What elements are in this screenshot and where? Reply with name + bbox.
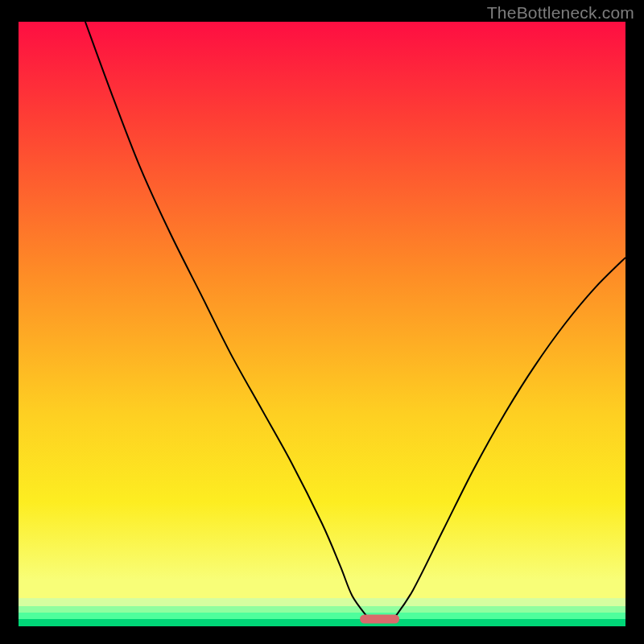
band-green-3 [19,613,625,619]
gradient-background [19,22,625,580]
minimum-marker [360,615,399,624]
chart-frame: TheBottleneck.com [0,0,644,644]
band-green-2 [19,606,625,613]
band-green-1 [19,598,625,606]
plot-area [19,22,625,626]
watermark-text: TheBottleneck.com [487,3,634,23]
band-pale-yellow [19,580,625,598]
band-green-4 [19,619,625,626]
plot-svg [19,22,625,626]
